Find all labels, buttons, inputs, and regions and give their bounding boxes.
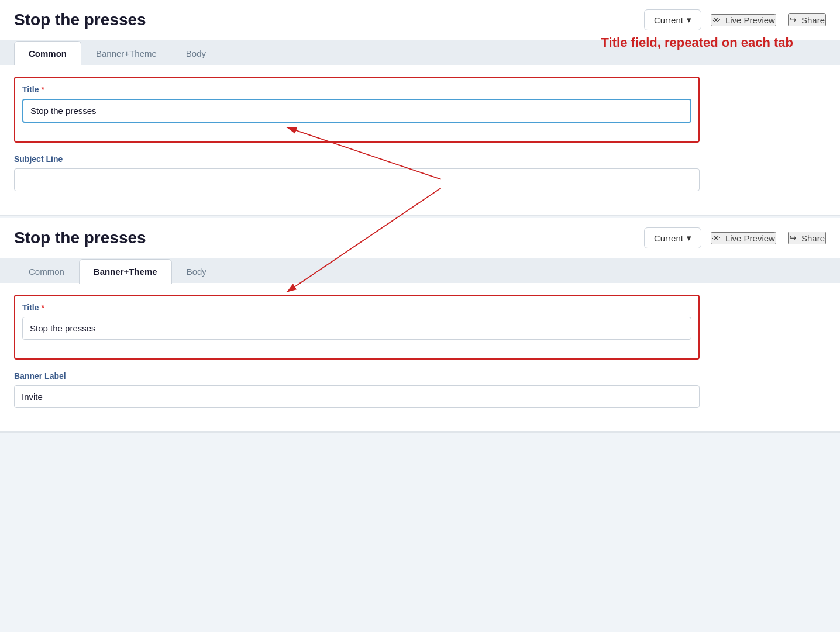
tab-body-top[interactable]: Body: [171, 41, 221, 65]
title-field-group-top: Title *: [22, 85, 691, 123]
subject-line-input-top[interactable]: [14, 168, 700, 191]
banner-label-field-group: Banner Label: [14, 371, 700, 408]
title-field-annotation-box-top: Title *: [14, 77, 700, 143]
bottom-content: Title * Banner Label: [0, 283, 714, 431]
share-label-top: Share: [801, 15, 825, 25]
live-preview-label-bottom: Live Preview: [725, 233, 775, 243]
title-label-top: Title *: [22, 85, 691, 94]
banner-label-input[interactable]: [14, 385, 700, 408]
version-label-bottom: Current: [654, 233, 683, 243]
top-header: Stop the presses Current ▾ 👁 Live Previe…: [0, 0, 840, 40]
tab-banner-theme-bottom[interactable]: Banner+Theme: [79, 259, 172, 284]
title-input-bottom[interactable]: [22, 317, 691, 340]
top-content: Title * Subject Line: [0, 65, 714, 215]
version-dropdown-bottom[interactable]: Current ▾: [644, 227, 701, 248]
tabs-bar-top: Common Banner+Theme Body: [0, 40, 840, 65]
share-label-bottom: Share: [801, 233, 825, 243]
title-field-annotation-box-bottom: Title *: [14, 295, 700, 360]
version-label-top: Current: [654, 15, 683, 25]
live-preview-button-top[interactable]: 👁 Live Preview: [711, 14, 776, 26]
share-icon-bottom: ↪: [789, 233, 797, 243]
page-title-bottom: Stop the presses: [14, 229, 635, 247]
share-icon-top: ↪: [789, 15, 797, 25]
top-section: Stop the presses Current ▾ 👁 Live Previe…: [0, 0, 840, 216]
chevron-down-icon-bottom: ▾: [687, 233, 691, 243]
subject-line-field-group-top: Subject Line: [14, 154, 700, 191]
tab-body-bottom[interactable]: Body: [172, 259, 221, 284]
required-star-top: *: [42, 85, 44, 94]
eye-icon-top: 👁: [712, 15, 721, 25]
bottom-section: Stop the presses Current ▾ 👁 Live Previe…: [0, 218, 840, 433]
tab-banner-theme-top[interactable]: Banner+Theme: [81, 41, 171, 65]
tabs-bar-bottom: Common Banner+Theme Body: [0, 258, 840, 283]
live-preview-button-bottom[interactable]: 👁 Live Preview: [711, 232, 776, 244]
header-actions-bottom: 👁 Live Preview ↪ Share: [711, 232, 826, 244]
live-preview-label-top: Live Preview: [725, 15, 775, 25]
title-field-group-bottom: Title *: [22, 303, 691, 340]
header-actions-top: 👁 Live Preview ↪ Share: [711, 13, 826, 26]
share-button-bottom[interactable]: ↪ Share: [788, 232, 826, 244]
title-label-bottom: Title *: [22, 303, 691, 312]
page-wrapper: Stop the presses Current ▾ 👁 Live Previe…: [0, 0, 840, 433]
title-input-top[interactable]: [22, 99, 691, 123]
eye-icon-bottom: 👁: [712, 233, 721, 243]
chevron-down-icon-top: ▾: [687, 15, 691, 25]
banner-label-label: Banner Label: [14, 371, 700, 381]
tab-common-top[interactable]: Common: [14, 41, 81, 65]
bottom-header: Stop the presses Current ▾ 👁 Live Previe…: [0, 218, 840, 258]
subject-line-label-top: Subject Line: [14, 154, 700, 164]
tab-common-bottom[interactable]: Common: [14, 259, 79, 284]
share-button-top[interactable]: ↪ Share: [788, 13, 826, 26]
version-dropdown-top[interactable]: Current ▾: [644, 9, 701, 30]
required-star-bottom: *: [42, 303, 44, 312]
page-title-top: Stop the presses: [14, 11, 635, 29]
